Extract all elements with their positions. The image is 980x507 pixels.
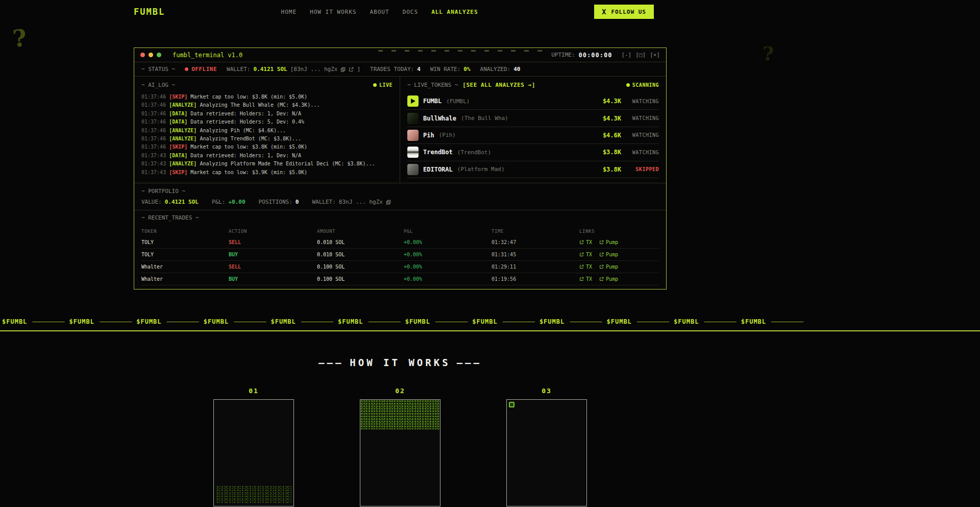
token-marketcap: $3.8K bbox=[598, 166, 621, 173]
wallet-balance: 0.4121 SOL bbox=[253, 66, 287, 73]
token-status: WATCHING bbox=[627, 150, 659, 155]
terminal-main-panels: ~ AI_LOG ~ LIVE 01:37:46 [SKIP] Market c… bbox=[134, 77, 666, 183]
nav-link[interactable]: DOCS bbox=[403, 9, 419, 15]
analyzed-count: ANALYZED: 40 bbox=[480, 66, 521, 73]
window-control[interactable]: [×] bbox=[650, 52, 660, 58]
token-row[interactable]: EDITORAL (Platform Mad) $3.8K SKIPPED bbox=[407, 161, 659, 178]
tx-link[interactable]: TX bbox=[579, 239, 592, 245]
see-all-analyzes-link[interactable]: [SEE ALL ANALYZES →] bbox=[462, 82, 535, 88]
ticker-symbol: $FUMBL bbox=[271, 318, 296, 325]
ticker-symbol: $FUMBL bbox=[69, 318, 94, 325]
wallet-address-close: ] bbox=[357, 66, 360, 73]
log-time: 01:37:46 bbox=[141, 119, 166, 125]
trade-action: SELL bbox=[229, 239, 317, 245]
step-image bbox=[506, 399, 587, 506]
how-it-works-section: ———HOW IT WORKS——— 01 02 03 bbox=[134, 357, 667, 506]
tx-link[interactable]: TX bbox=[579, 264, 592, 270]
status-bar: ~ STATUS ~ OFFLINE WALLET: 0.4121 SOL [8… bbox=[134, 62, 666, 77]
log-tag: [DATA] bbox=[169, 119, 187, 125]
follow-us-button[interactable]: X FOLLOW US bbox=[594, 5, 654, 19]
tx-link[interactable]: TX bbox=[579, 252, 592, 257]
portfolio-value: VALUE: 0.4121 SOL bbox=[141, 199, 199, 205]
log-tag: [ANALYZE] bbox=[169, 128, 197, 133]
brand-logo: FUMBL bbox=[134, 7, 165, 17]
log-message: Market cap too low: $3.9K (min: $5.0K) bbox=[190, 170, 307, 175]
trade-row: Whalter SELL 0.100 SOL +0.00% 01:29:11 T… bbox=[141, 261, 659, 273]
log-time: 01:37:46 bbox=[141, 111, 166, 116]
follow-us-label: FOLLOW US bbox=[611, 9, 646, 15]
trade-action: BUY bbox=[229, 252, 317, 257]
token-status: WATCHING bbox=[627, 99, 659, 104]
ticker-symbol: $FUMBL bbox=[2, 318, 27, 325]
trade-action: BUY bbox=[229, 276, 317, 282]
token-icon bbox=[407, 147, 419, 158]
portfolio-wallet-label: WALLET: bbox=[312, 199, 335, 205]
log-time: 01:37:43 bbox=[141, 161, 166, 166]
scanning-badge: SCANNING bbox=[626, 82, 659, 88]
nav-link[interactable]: HOW IT WORKS bbox=[310, 9, 356, 15]
pump-link[interactable]: Pump bbox=[599, 264, 618, 270]
log-message: Market cap too low: $3.8K (min: $5.0K) bbox=[190, 144, 307, 150]
log-time: 01:37:46 bbox=[141, 94, 166, 100]
window-controls: [-] [□] [×] bbox=[621, 52, 660, 58]
trade-action: SELL bbox=[229, 264, 317, 270]
portfolio-positions-label: POSITIONS: bbox=[259, 199, 292, 205]
wallet-address: [83nJ ... hgZx bbox=[290, 66, 338, 73]
token-status: WATCHING bbox=[627, 132, 659, 138]
external-link-icon bbox=[579, 264, 584, 269]
log-message: Analyzing Platform Made The Editorial De… bbox=[200, 161, 375, 166]
external-link-icon bbox=[599, 252, 604, 257]
trade-token: TOLY bbox=[141, 239, 229, 245]
external-link-icon[interactable] bbox=[349, 67, 354, 72]
titlebar-dashes-decoration bbox=[378, 50, 545, 52]
trade-pnl: +0.00% bbox=[404, 252, 492, 257]
log-entry: 01:37:46 [ANALYZE] Analyzing The Bull Wh… bbox=[141, 101, 393, 109]
portfolio-pnl-label: P&L: bbox=[212, 199, 226, 205]
steps-row: 01 02 03 bbox=[134, 387, 667, 506]
trade-amount: 0.100 SOL bbox=[317, 276, 404, 282]
copy-icon[interactable] bbox=[340, 67, 346, 72]
pump-link[interactable]: Pump bbox=[599, 276, 618, 282]
decorative-question-mark: ? bbox=[11, 24, 28, 53]
live-tokens-header: ~ LIVE_TOKENS ~ bbox=[407, 82, 458, 88]
image-placeholder-icon bbox=[509, 402, 514, 407]
token-meta: $3.8K WATCHING bbox=[598, 149, 659, 156]
external-link-icon bbox=[579, 277, 584, 281]
log-entry: 01:37:46 [DATA] Data retrieved: Holders:… bbox=[141, 110, 393, 118]
token-row[interactable]: Pih (Pih) $4.6K WATCHING bbox=[407, 127, 659, 144]
ticker-symbol: $FUMBL bbox=[136, 318, 161, 325]
offline-dot-icon bbox=[185, 67, 188, 71]
nav-link[interactable]: HOME bbox=[281, 9, 297, 15]
log-entry: 01:37:43 [ANALYZE] Analyzing Platform Ma… bbox=[141, 160, 393, 168]
trade-time: 01:29:11 bbox=[492, 264, 579, 270]
decorative-question-mark: ? bbox=[763, 42, 774, 65]
portfolio-row: VALUE: 0.4121 SOL P&L: +0.00 POSITIONS: … bbox=[141, 199, 659, 205]
ticker-separator: —————————— bbox=[704, 318, 736, 325]
trade-token: Whalter bbox=[141, 276, 229, 282]
token-icon bbox=[407, 164, 419, 175]
log-tag: [ANALYZE] bbox=[169, 102, 197, 108]
recent-trades-panel: ~ RECENT_TRADES ~ TOKEN ACTION AMOUNT P&… bbox=[134, 210, 666, 289]
window-control[interactable]: [-] bbox=[621, 52, 631, 58]
trade-amount: 0.010 SOL bbox=[317, 239, 404, 245]
tx-link[interactable]: TX bbox=[579, 276, 592, 282]
pump-link[interactable]: Pump bbox=[599, 252, 618, 257]
token-icon bbox=[407, 113, 419, 124]
log-message: Analyzing TrendBot (MC: $3.8K)... bbox=[200, 136, 301, 141]
copy-icon[interactable] bbox=[386, 200, 391, 205]
trades-today: TRADES TODAY: 4 bbox=[370, 66, 421, 73]
nav-link[interactable]: ABOUT bbox=[370, 9, 389, 15]
token-row[interactable]: BullWhale (The Bull Wha) $4.3K WATCHING bbox=[407, 110, 659, 127]
minimize-dot-icon[interactable] bbox=[149, 53, 153, 57]
token-row[interactable]: FUMBL (FUMBL) $4.3K WATCHING bbox=[407, 93, 659, 110]
pump-link[interactable]: Pump bbox=[599, 239, 618, 245]
window-control[interactable]: [□] bbox=[635, 52, 646, 58]
token-meta: $3.8K SKIPPED bbox=[598, 166, 659, 173]
maximize-dot-icon[interactable] bbox=[157, 53, 161, 57]
token-row[interactable]: TrendBot (TrendBot) $3.8K WATCHING bbox=[407, 144, 659, 161]
ticker-separator: —————————— bbox=[771, 318, 803, 325]
close-dot-icon[interactable] bbox=[140, 53, 145, 57]
ticker-symbol: $FUMBL bbox=[204, 318, 229, 325]
live-dot-icon bbox=[373, 83, 377, 87]
nav-link[interactable]: ALL ANALYZES bbox=[431, 9, 478, 15]
